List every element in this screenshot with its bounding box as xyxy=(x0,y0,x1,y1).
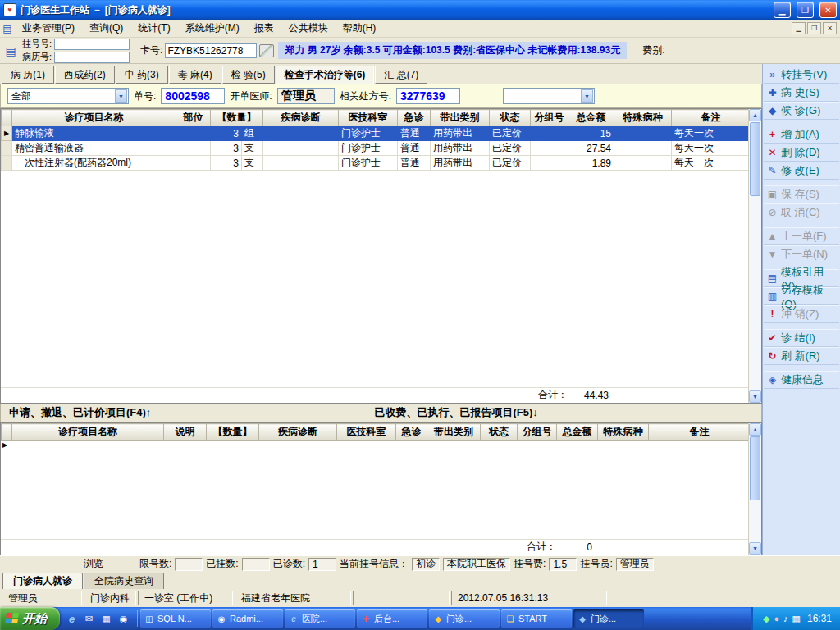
table-row[interactable]: 精密普通输液器 3 支 门诊护士 普通 用药带出 已定价 27.54 每天一次 xyxy=(2,141,751,156)
reverse-charge-button: !冲 销(Z) xyxy=(764,305,839,323)
health-info-button[interactable]: ◈健康信息 xyxy=(764,371,839,389)
table-row[interactable]: 一次性注射器(配药器20ml) 3 支 门诊护士 普通 用药带出 已定价 1.8… xyxy=(2,156,751,171)
tab-narcotics[interactable]: 毒 麻(4) xyxy=(169,66,221,84)
col-item-name[interactable]: 诊疗项目名称 xyxy=(12,110,176,126)
status-bar: 管理员 门诊内科 一诊室 (工作中) 福建省老年医院 2012.07.05 16… xyxy=(0,589,840,607)
grid2-scrollbar[interactable]: ▲ ▼ xyxy=(748,423,761,555)
minimize-button[interactable]: ▁ xyxy=(774,2,791,18)
col-group-no[interactable]: 分组号 xyxy=(518,424,557,441)
task-outpatient-1[interactable]: ◆门诊... xyxy=(429,609,500,628)
show-desktop-icon[interactable]: ▦ xyxy=(99,612,113,626)
tab-chinese-medicine[interactable]: 中 药(3) xyxy=(116,66,168,84)
reg-no-input[interactable] xyxy=(54,39,130,50)
antivirus-icon[interactable]: ◆ xyxy=(763,614,769,624)
total-label: 合计： xyxy=(530,388,568,402)
mdi-restore-icon[interactable]: ❐ xyxy=(807,22,821,34)
col-description[interactable]: 说明 xyxy=(164,424,207,441)
save-as-template-button[interactable]: ▥另存模板(Q) xyxy=(764,287,839,305)
record-no-input[interactable] xyxy=(54,52,130,63)
col-tech-dept[interactable]: 医技科室 xyxy=(337,424,396,441)
task-outpatient-2[interactable]: ◆门诊... xyxy=(573,609,644,628)
grid1-scrollbar[interactable]: ▲ ▼ xyxy=(748,109,761,403)
col-remark[interactable]: 备注 xyxy=(672,110,751,126)
menu-maintenance[interactable]: 系统维护(M) xyxy=(178,21,247,37)
tab-exam-treatment[interactable]: 检查手术治疗等(6) xyxy=(276,66,375,84)
col-remark[interactable]: 备注 xyxy=(649,424,751,441)
modify-button[interactable]: ✎修 改(E) xyxy=(764,162,839,180)
chevron-down-icon[interactable]: ▼ xyxy=(581,89,593,103)
scroll-down-icon[interactable]: ▼ xyxy=(749,542,761,555)
menu-reports[interactable]: 报表 xyxy=(247,21,281,37)
pencil-icon: ✎ xyxy=(766,165,778,176)
category-select[interactable]: 全部 ▼ xyxy=(7,88,129,104)
transfer-registration-button[interactable]: »转挂号(V) xyxy=(764,66,839,84)
col-quantity[interactable]: 【数量】 xyxy=(207,424,259,441)
mdi-minimize-icon[interactable]: ▁ xyxy=(792,22,806,34)
tab-lab-test[interactable]: 检 验(5) xyxy=(222,66,275,84)
col-status[interactable]: 状态 xyxy=(481,424,518,441)
card-reader-icon[interactable] xyxy=(259,44,274,57)
registered-count-value xyxy=(242,558,270,571)
tab-summary[interactable]: 汇 总(7) xyxy=(375,66,427,84)
col-total-amount[interactable]: 总金额 xyxy=(557,424,598,441)
col-emergency[interactable]: 急诊 xyxy=(396,424,427,441)
scroll-thumb[interactable] xyxy=(750,122,760,196)
col-carry-type[interactable]: 带出类别 xyxy=(431,110,490,126)
waiting-list-button[interactable]: ◆候 诊(G) xyxy=(764,102,839,120)
col-carry-type[interactable]: 带出类别 xyxy=(427,424,481,441)
menu-public-modules[interactable]: 公共模块 xyxy=(281,21,336,37)
scroll-up-icon[interactable]: ▲ xyxy=(749,109,761,121)
col-tech-dept[interactable]: 医技科室 xyxy=(339,110,398,126)
scroll-down-icon[interactable]: ▼ xyxy=(749,390,761,403)
refresh-button[interactable]: ↻刷 新(R) xyxy=(764,347,839,365)
col-group-no[interactable]: 分组号 xyxy=(531,110,568,126)
col-diagnosis[interactable]: 疾病诊断 xyxy=(259,424,337,441)
scroll-thumb[interactable] xyxy=(750,436,760,500)
maximize-button[interactable]: ❐ xyxy=(797,2,814,18)
media-player-icon[interactable]: ◉ xyxy=(116,612,130,626)
start-button[interactable]: 开始 xyxy=(0,607,60,630)
row-selector[interactable]: ▶ xyxy=(2,126,12,141)
alert-icon[interactable]: ● xyxy=(774,614,779,623)
task-start-folder[interactable]: ❏START xyxy=(501,609,572,628)
tab-medical-record[interactable]: 病 历(1) xyxy=(2,66,54,84)
col-status[interactable]: 状态 xyxy=(490,110,531,126)
browser-icon[interactable]: e xyxy=(65,612,79,626)
mail-icon[interactable]: ✉ xyxy=(82,612,96,626)
task-sql-server[interactable]: ◫SQL N... xyxy=(140,609,211,628)
col-body-part[interactable]: 部位 xyxy=(176,110,211,126)
col-special-disease[interactable]: 特殊病种 xyxy=(598,424,649,441)
mdi-close-icon[interactable]: ✕ xyxy=(823,22,837,34)
rx-select[interactable]: ▼ xyxy=(503,88,595,104)
menu-business[interactable]: 业务管理(P) xyxy=(15,21,82,37)
scroll-up-icon[interactable]: ▲ xyxy=(749,423,761,436)
col-diagnosis[interactable]: 疾病诊断 xyxy=(263,110,339,126)
col-emergency[interactable]: 急诊 xyxy=(398,110,431,126)
row-selector[interactable] xyxy=(2,141,12,156)
col-total-amount[interactable]: 总金额 xyxy=(568,110,614,126)
tab-hospital-history-query[interactable]: 全院病史查询 xyxy=(84,573,164,589)
tab-outpatient-visit[interactable]: 门诊病人就诊 xyxy=(2,573,83,589)
menu-help[interactable]: 帮助(H) xyxy=(336,21,384,37)
menu-query[interactable]: 查询(Q) xyxy=(82,21,130,37)
col-special-disease[interactable]: 特殊病种 xyxy=(614,110,672,126)
task-hospital-site[interactable]: e医院... xyxy=(285,609,355,628)
card-no-input[interactable] xyxy=(165,43,257,58)
rx-no-value: 3277639 xyxy=(396,88,460,104)
menu-statistics[interactable]: 统计(T) xyxy=(130,21,177,37)
task-backend[interactable]: ✚后台... xyxy=(357,609,427,628)
task-radmin[interactable]: ◉Radmi... xyxy=(212,609,283,628)
finish-visit-button[interactable]: ✔诊 结(I) xyxy=(764,329,839,347)
row-selector[interactable] xyxy=(2,156,12,171)
table-row[interactable]: ▶ 静脉输液 3 组 门诊护士 普通 用药带出 已定价 15 每天一次 xyxy=(2,126,751,141)
volume-icon[interactable]: ♪ xyxy=(783,614,788,623)
col-item-name[interactable]: 诊疗项目名称 xyxy=(12,424,164,441)
network-icon[interactable]: ▦ xyxy=(792,614,801,624)
medical-history-button[interactable]: ✚病 史(S) xyxy=(764,84,839,102)
tab-western-medicine[interactable]: 西成药(2) xyxy=(55,66,115,84)
close-button[interactable]: ✕ xyxy=(819,2,837,18)
delete-button[interactable]: ✕删 除(D) xyxy=(764,144,839,162)
col-quantity[interactable]: 【数量】 xyxy=(211,110,263,126)
chevron-down-icon[interactable]: ▼ xyxy=(115,89,127,103)
add-button[interactable]: +增 加(A) xyxy=(764,126,839,144)
